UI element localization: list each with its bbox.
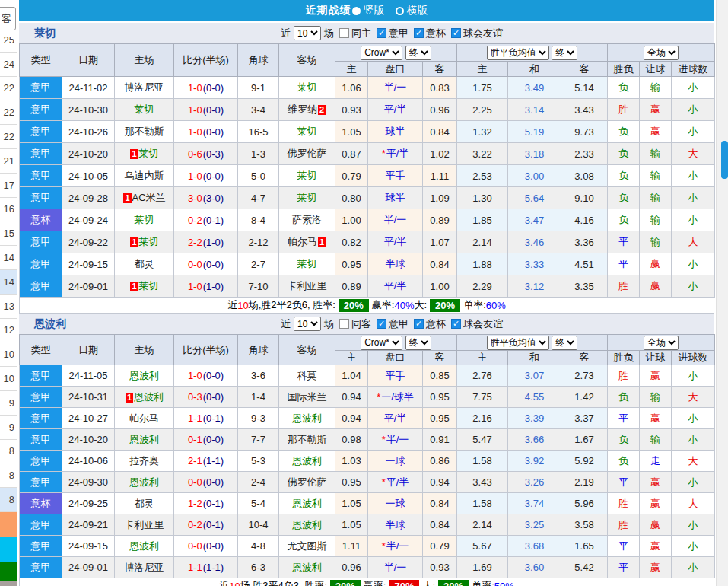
home-team-name[interactable]: 乌迪内斯 bbox=[125, 170, 164, 181]
scope-select[interactable]: 全场 bbox=[644, 336, 679, 350]
away-team-name[interactable]: 恩波利 bbox=[292, 519, 322, 530]
sidebar-number[interactable]: 17 bbox=[0, 174, 17, 198]
home-team-name[interactable]: 莱切 bbox=[135, 214, 154, 225]
sidebar-number[interactable]: 22 bbox=[0, 125, 17, 149]
away-team-name[interactable]: 莱切 bbox=[297, 81, 317, 93]
horizontal-layout-radio[interactable] bbox=[396, 7, 404, 15]
same-venue-label[interactable]: 同客 bbox=[351, 317, 371, 331]
home-team-name[interactable]: 莱切 bbox=[135, 104, 154, 115]
same-venue-checkbox[interactable] bbox=[339, 319, 349, 329]
odds-company-select[interactable]: Crow* bbox=[361, 336, 402, 350]
sidebar-number[interactable]: 15 bbox=[0, 221, 17, 246]
league-filter-label[interactable]: 意甲 bbox=[389, 27, 409, 39]
odds-company-period-select[interactable]: 终 bbox=[405, 46, 431, 60]
league-filter-checkbox[interactable] bbox=[414, 28, 424, 38]
sidebar-block-cyan[interactable] bbox=[0, 537, 17, 562]
odds-company-select[interactable]: Crow* bbox=[361, 46, 402, 60]
home-team-name[interactable]: 博洛尼亚 bbox=[125, 562, 164, 573]
away-team-name[interactable]: 尤文图斯 bbox=[288, 540, 327, 552]
home-team-name[interactable]: 帕尔马 bbox=[129, 412, 159, 424]
league-filter-checkbox[interactable] bbox=[377, 319, 386, 329]
team-name-2[interactable]: 恩波利 bbox=[34, 317, 66, 331]
away-team-name[interactable]: 那不勒斯 bbox=[288, 434, 327, 445]
league-filter-label[interactable]: 球会友谊 bbox=[463, 27, 503, 39]
away-team-name[interactable]: 国际米兰 bbox=[288, 391, 327, 403]
league-filter-label[interactable]: 意甲 bbox=[389, 318, 409, 330]
sidebar-number[interactable]: 13 bbox=[0, 295, 17, 319]
home-team-name[interactable]: AC米兰 bbox=[132, 192, 166, 203]
vertical-layout-label[interactable]: 竖版 bbox=[364, 4, 385, 18]
home-team-name[interactable]: 恩波利 bbox=[134, 391, 164, 403]
away-team-name[interactable]: 莱切 bbox=[297, 258, 317, 269]
sidebar-number[interactable]: 8 bbox=[0, 440, 17, 464]
sidebar-number[interactable]: 14 bbox=[0, 246, 17, 270]
avg-odds-period-select[interactable]: 终 bbox=[552, 336, 577, 350]
same-venue-checkbox[interactable] bbox=[339, 28, 349, 38]
home-team-name[interactable]: 博洛尼亚 bbox=[125, 81, 164, 93]
recent-count-select[interactable]: 10 bbox=[294, 26, 321, 40]
sidebar-number[interactable]: 9 bbox=[0, 391, 17, 416]
away-team-name[interactable]: 卡利亚里 bbox=[288, 280, 327, 291]
avg-odds-period-select[interactable]: 终 bbox=[552, 46, 577, 60]
sidebar-number[interactable]: 8 bbox=[0, 463, 17, 488]
home-team-name[interactable]: 莱切 bbox=[139, 148, 159, 159]
league-filter-checkbox[interactable] bbox=[377, 28, 386, 38]
home-team-name[interactable]: 莱切 bbox=[139, 236, 159, 247]
away-team-name[interactable]: 佛罗伦萨 bbox=[288, 148, 327, 159]
away-team-name[interactable]: 帕尔马 bbox=[288, 236, 317, 247]
home-team-name[interactable]: 恩波利 bbox=[129, 370, 159, 381]
away-team-name[interactable]: 莱切 bbox=[297, 170, 317, 181]
home-team-name[interactable]: 拉齐奥 bbox=[129, 455, 159, 467]
away-team-name[interactable]: 佛罗伦萨 bbox=[288, 476, 327, 488]
home-team-name[interactable]: 恩波利 bbox=[129, 476, 159, 488]
sidebar-block-green[interactable] bbox=[0, 562, 17, 581]
away-team-name[interactable]: 恩波利 bbox=[292, 562, 322, 573]
league-filter-label[interactable]: 意杯 bbox=[426, 318, 446, 330]
sidebar-number[interactable]: 12 bbox=[0, 319, 17, 343]
sidebar-number[interactable]: 21 bbox=[0, 149, 17, 174]
home-team-name[interactable]: 卡利亚里 bbox=[125, 519, 164, 530]
away-team-name[interactable]: 恩波利 bbox=[292, 498, 322, 509]
sidebar-number[interactable]: 9 bbox=[0, 416, 17, 440]
away-team-name[interactable]: 恩波利 bbox=[292, 412, 322, 424]
sidebar-block-gray[interactable] bbox=[0, 581, 17, 586]
scope-select[interactable]: 全场 bbox=[644, 46, 679, 60]
horizontal-layout-label[interactable]: 横版 bbox=[407, 4, 428, 18]
sidebar-number[interactable]: 25 bbox=[0, 28, 17, 53]
away-team-name[interactable]: 莱切 bbox=[297, 192, 317, 203]
avg-odds-select[interactable]: 胜平负均值 bbox=[487, 46, 549, 60]
league-filter-label[interactable]: 意杯 bbox=[426, 27, 446, 39]
home-team-name[interactable]: 恩波利 bbox=[129, 434, 159, 445]
sidebar-number[interactable]: 24 bbox=[0, 53, 17, 77]
sidebar-block-orange[interactable] bbox=[0, 512, 17, 537]
league-filter-label[interactable]: 球会友谊 bbox=[463, 318, 503, 330]
scrollbar-track[interactable] bbox=[716, 0, 728, 586]
recent-count-select[interactable]: 10 bbox=[294, 317, 321, 331]
avg-odds-select[interactable]: 胜平负均值 bbox=[487, 336, 549, 350]
league-filter-checkbox[interactable] bbox=[414, 319, 424, 329]
league-filter-checkbox[interactable] bbox=[451, 28, 461, 38]
away-team-name[interactable]: 科莫 bbox=[297, 370, 317, 381]
home-team-name[interactable]: 都灵 bbox=[135, 498, 154, 509]
away-team-name[interactable]: 莱切 bbox=[297, 126, 317, 137]
sidebar-number[interactable]: 10 bbox=[0, 367, 17, 391]
sidebar-number[interactable]: 16 bbox=[0, 198, 17, 222]
odds-company-period-select[interactable]: 终 bbox=[405, 336, 431, 350]
sidebar-number[interactable]: 14 bbox=[0, 270, 17, 295]
home-team-name[interactable]: 那不勒斯 bbox=[125, 126, 164, 137]
vertical-layout-radio[interactable] bbox=[352, 7, 361, 15]
away-team-name[interactable]: 萨索洛 bbox=[292, 214, 322, 225]
sidebar-number[interactable]: 22 bbox=[0, 100, 17, 125]
same-venue-label[interactable]: 同主 bbox=[351, 27, 371, 40]
team-name-1[interactable]: 莱切 bbox=[34, 27, 56, 40]
sidebar-number[interactable]: 22 bbox=[0, 77, 17, 101]
home-team-name[interactable]: 恩波利 bbox=[129, 540, 159, 552]
sidebar-number[interactable]: 10 bbox=[0, 342, 17, 367]
sidebar-number[interactable]: 8 bbox=[0, 488, 17, 512]
home-team-name[interactable]: 都灵 bbox=[135, 258, 154, 269]
home-team-name[interactable]: 莱切 bbox=[139, 280, 159, 291]
away-team-name[interactable]: 维罗纳 bbox=[288, 104, 317, 115]
away-team-name[interactable]: 恩波利 bbox=[292, 455, 322, 467]
scrollbar-thumb[interactable] bbox=[721, 141, 728, 179]
league-filter-checkbox[interactable] bbox=[451, 319, 461, 329]
